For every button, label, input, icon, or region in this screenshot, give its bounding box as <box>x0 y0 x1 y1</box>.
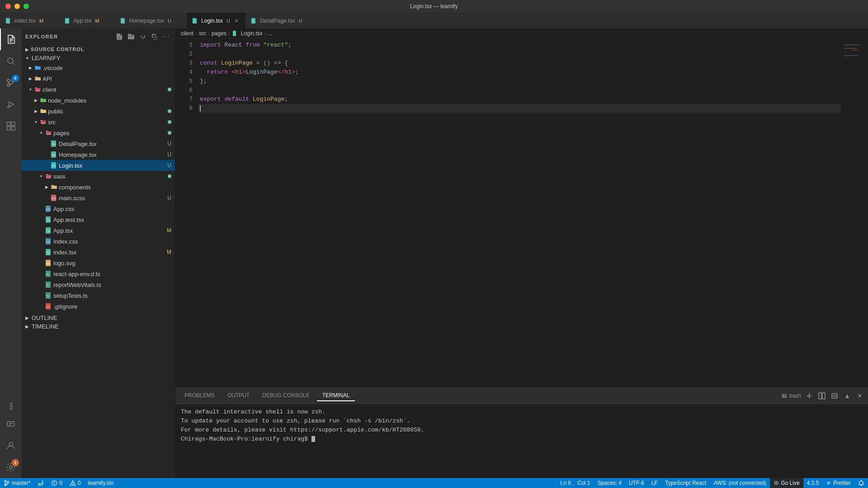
tree-item-logo-svg[interactable]: SVGlogo.svg <box>22 258 175 268</box>
tree-item-Login-tsx[interactable]: TSXLogin.tsxU <box>22 160 175 171</box>
tree-item-src[interactable]: ▾src <box>22 117 175 127</box>
content-area: 9 aws <box>0 28 868 478</box>
new-folder-button[interactable] <box>126 32 136 42</box>
code-editor[interactable]: 12345678 import React from "react";const… <box>175 39 868 388</box>
tab-index-tsx[interactable]: index.tsxM× <box>0 13 59 28</box>
tree-item-public[interactable]: ▶public <box>22 106 175 117</box>
breadcrumb-client[interactable]: client <box>181 30 193 37</box>
tree-item-Homepage-tsx[interactable]: TSXHomepage.tsxU <box>22 149 175 160</box>
status-line-col[interactable]: Ln 8, Col 1 <box>557 478 594 488</box>
breadcrumb-login-tsx[interactable]: Login.tsx <box>241 30 263 37</box>
split-terminal-button[interactable] <box>817 391 826 400</box>
token: ; <box>284 95 288 104</box>
tree-item-App-test-tsx[interactable]: TSXApp.test.tsx <box>22 214 175 225</box>
outline-section-header[interactable]: ▶ OUTLINE <box>22 314 175 322</box>
close-button[interactable] <box>5 4 11 9</box>
tree-item-api[interactable]: ▶API <box>22 73 175 84</box>
status-language[interactable]: TypeScript React <box>661 478 710 488</box>
tree-item-DetailPage-tsx[interactable]: TSXDetailPage.tsxU <box>22 138 175 149</box>
breadcrumb-sep-4: › <box>264 30 266 37</box>
tree-item-client[interactable]: ▾client <box>22 84 175 95</box>
activity-item-remote[interactable] <box>0 413 22 435</box>
folder-chevron: ▶ <box>27 76 33 81</box>
status-sync[interactable] <box>34 478 47 488</box>
collapse-all-button[interactable] <box>150 32 160 42</box>
tree-item-reportWebVitals-ts[interactable]: TSreportWebVitals.ts <box>22 279 175 290</box>
status-errors[interactable]: 0 <box>47 478 66 488</box>
status-bell[interactable] <box>854 478 868 488</box>
tree-item-index-tsx[interactable]: TSXindex.tsxM <box>22 247 175 258</box>
status-project[interactable]: learnify.sln <box>85 478 117 488</box>
activity-item-search[interactable] <box>0 50 22 72</box>
new-folder-icon <box>127 33 135 40</box>
activity-item-explorer[interactable] <box>0 28 22 50</box>
tab-debug-console[interactable]: DEBUG CONSOLE <box>257 390 315 401</box>
status-prettier[interactable]: Prettier <box>822 478 854 488</box>
timeline-section-header[interactable]: ▶ TIMELINE <box>22 322 175 331</box>
status-prettier-value: Prettier <box>833 480 851 486</box>
status-version[interactable]: 4.3.5 <box>803 478 823 488</box>
learnify-section-header[interactable]: ▾ LEARNIFY <box>22 54 175 62</box>
breadcrumb-more[interactable]: ... <box>268 30 273 37</box>
maximize-button[interactable] <box>24 4 29 9</box>
tree-item-sass[interactable]: ▾sass <box>22 171 175 182</box>
code-content[interactable]: import React from "react";const LoginPag… <box>198 39 841 388</box>
status-aws[interactable]: AWS: (not connected) <box>710 478 770 488</box>
status-line-ending[interactable]: LF <box>648 478 661 488</box>
file-label-sass: sass <box>53 173 168 180</box>
breadcrumb-src[interactable]: src <box>199 30 206 37</box>
status-branch[interactable]: master* <box>0 478 34 488</box>
activity-item-extensions[interactable] <box>0 115 22 137</box>
status-go-live-label: Go Live <box>781 480 799 486</box>
tab-login-tsx[interactable]: Login.tsxU× <box>187 13 245 28</box>
tab-terminal[interactable]: TERMINAL <box>317 390 355 401</box>
status-warning-count: 0 <box>78 480 81 486</box>
tab-output[interactable]: OUTPUT <box>222 390 255 401</box>
more-actions-button[interactable]: ··· <box>161 32 171 42</box>
panel-up-button[interactable]: ▲ <box>843 391 852 400</box>
tree-item-node-modules[interactable]: ▶node_modules <box>22 95 175 106</box>
new-file-button[interactable] <box>114 32 124 42</box>
status-warnings[interactable]: 0 <box>66 478 85 488</box>
tree-item-react-app-env-d-ts[interactable]: TSreact-app-env.d.ts <box>22 268 175 279</box>
tree-item-App-css[interactable]: CSSApp.css <box>22 203 175 214</box>
tab-homepage-tsx[interactable]: Homepage.tsxU× <box>115 13 187 28</box>
tree-item-components[interactable]: ▶components <box>22 182 175 192</box>
tree-item-index-css[interactable]: CSSindex.css <box>22 236 175 247</box>
breadcrumb-pages[interactable]: pages <box>212 30 226 37</box>
terminal-content[interactable]: The default interactive shell is now zsh… <box>175 404 868 478</box>
tree-item-pages[interactable]: ▾pages <box>22 127 175 138</box>
status-spaces[interactable]: Spaces: 4 <box>594 478 625 488</box>
aws-label[interactable]: aws <box>9 399 14 413</box>
status-encoding[interactable]: UTF-8 <box>625 478 648 488</box>
svg-text:TSX: TSX <box>46 251 50 254</box>
folder-chevron: ▾ <box>27 87 33 92</box>
source-control-section-header[interactable]: ▶ SOURCE CONTROL <box>22 45 175 54</box>
token <box>260 41 264 50</box>
activity-item-account[interactable] <box>0 435 22 456</box>
status-go-live[interactable]: Go Live <box>770 478 803 488</box>
tree-item-vscode[interactable]: ▶.vscode <box>22 62 175 73</box>
modified-dot <box>168 109 171 113</box>
tab-app-tsx[interactable]: App.tsxM× <box>59 13 115 28</box>
refresh-button[interactable] <box>138 32 148 42</box>
tab-detailpage-tsx[interactable]: DetailPage.tsxU× <box>245 13 317 28</box>
source-control-chevron: ▶ <box>25 47 29 52</box>
folder-icon <box>50 183 59 192</box>
kill-terminal-button[interactable] <box>830 391 839 400</box>
tree-item-App-tsx[interactable]: TSXApp.tsxM <box>22 225 175 236</box>
panel-close-button[interactable]: ✕ <box>855 391 864 400</box>
login-tsx-close[interactable]: × <box>233 17 240 24</box>
activity-item-run[interactable] <box>0 94 22 115</box>
minimize-button[interactable] <box>14 4 20 9</box>
tree-item-setupTests-ts[interactable]: TSsetupTests.ts <box>22 290 175 301</box>
new-terminal-button[interactable] <box>805 391 814 400</box>
tree-item--gitignore[interactable]: GIT.gitignore <box>22 301 175 312</box>
folder-open-icon <box>39 117 48 127</box>
tab-problems[interactable]: PROBLEMS <box>179 390 220 401</box>
activity-item-source-control[interactable]: 9 <box>0 72 22 94</box>
tree-item-main-scss[interactable]: SCSSmain.scssU <box>22 192 175 203</box>
activity-item-settings[interactable]: 1 <box>0 456 22 478</box>
homepage-tsx-badge: U <box>168 18 171 23</box>
folder-chevron: ▶ <box>33 109 39 113</box>
